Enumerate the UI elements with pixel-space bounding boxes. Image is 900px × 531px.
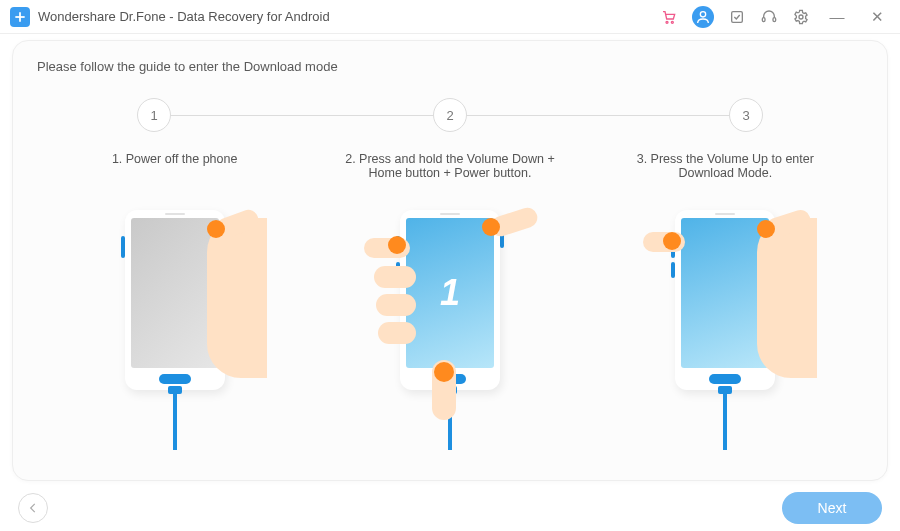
- step-2: 2. Press and hold the Volume Down + Home…: [335, 152, 565, 450]
- svg-rect-7: [773, 17, 776, 21]
- steps-row: 1. Power off the phone 2. Press and hold…: [37, 152, 863, 450]
- step-1: 1. Power off the phone: [60, 152, 290, 450]
- svg-point-3: [671, 21, 673, 23]
- stepper-dot-1: 1: [137, 98, 171, 132]
- window-title: Wondershare Dr.Fone - Data Recovery for …: [38, 9, 330, 24]
- hand-icon: [757, 218, 817, 378]
- step-3: 3. Press the Volume Up to enter Download…: [610, 152, 840, 450]
- svg-rect-6: [762, 17, 765, 21]
- hand-icon: [207, 218, 267, 378]
- svg-point-8: [799, 15, 803, 19]
- back-button[interactable]: [18, 493, 48, 523]
- settings-icon[interactable]: [792, 8, 810, 26]
- step-1-illustration: [95, 210, 255, 450]
- footer: Next: [0, 485, 900, 531]
- support-icon[interactable]: [760, 8, 778, 26]
- step-2-caption: 2. Press and hold the Volume Down + Home…: [335, 152, 565, 202]
- svg-rect-5: [732, 11, 743, 22]
- minimize-button[interactable]: —: [824, 8, 850, 25]
- screen-number: 1: [440, 272, 460, 314]
- step-3-caption: 3. Press the Volume Up to enter Download…: [610, 152, 840, 202]
- step-3-illustration: [645, 210, 805, 450]
- next-button[interactable]: Next: [782, 492, 882, 524]
- titlebar-icons: — ✕: [660, 6, 890, 28]
- stepper-dot-2: 2: [433, 98, 467, 132]
- close-button[interactable]: ✕: [864, 8, 890, 26]
- step-1-caption: 1. Power off the phone: [104, 152, 246, 202]
- phone-screen-on: 1: [406, 218, 494, 368]
- phone-screen-on: [681, 218, 769, 368]
- cart-icon[interactable]: [660, 8, 678, 26]
- fingertip-icon: [207, 220, 225, 238]
- feedback-icon[interactable]: [728, 8, 746, 26]
- app-logo: [10, 7, 30, 27]
- page-subtitle: Please follow the guide to enter the Dow…: [37, 59, 863, 74]
- stepper-dot-3: 3: [729, 98, 763, 132]
- phone-screen-off: [131, 218, 219, 368]
- step-2-illustration: 1: [370, 210, 530, 450]
- titlebar: Wondershare Dr.Fone - Data Recovery for …: [0, 0, 900, 34]
- content-card: Please follow the guide to enter the Dow…: [12, 40, 888, 481]
- svg-point-2: [666, 21, 668, 23]
- stepper: 1 2 3: [137, 98, 763, 138]
- svg-point-4: [700, 11, 705, 16]
- account-icon[interactable]: [692, 6, 714, 28]
